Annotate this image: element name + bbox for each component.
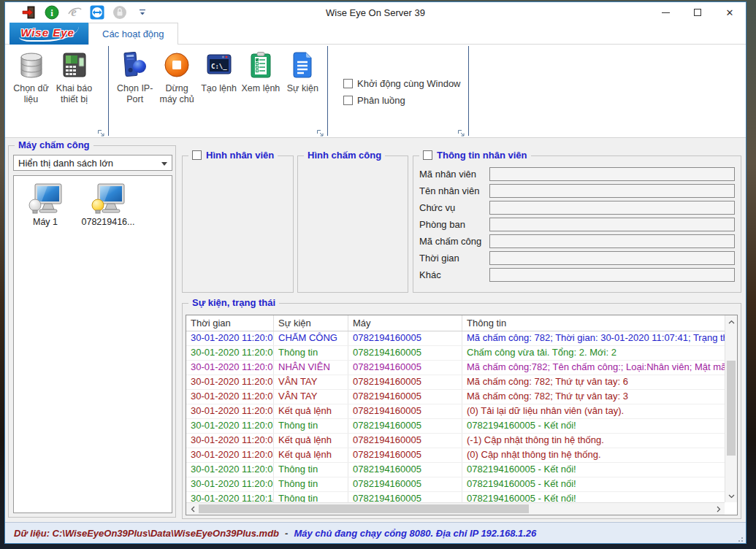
event-row[interactable]: 30-01-2020 11:20:08 Thông tin 0782194160… xyxy=(186,463,725,477)
view-mode-select[interactable]: Hiển thị danh sách lớn xyxy=(13,155,172,171)
ribbon-group-data: Chọn dữ liệu Khai báo thiết bị xyxy=(5,45,107,137)
checkbox-box xyxy=(343,79,353,88)
event-machine-cell: 0782194160005 xyxy=(348,448,462,462)
event-info-cell: (-1) Cập nhật thông tin hệ thống. xyxy=(462,434,725,448)
event-row[interactable]: 30-01-2020 11:20:09 Thông tin 0782194160… xyxy=(186,477,725,492)
computer-icon xyxy=(89,182,127,215)
horizontal-scrollbar[interactable] xyxy=(186,502,725,515)
app-logo-button[interactable]: Wise Eye xyxy=(9,23,88,45)
close-button[interactable]: ✕ xyxy=(714,2,746,23)
group-dialog-launcher-icon[interactable] xyxy=(316,127,324,135)
employee-photo-checkbox[interactable] xyxy=(192,150,202,160)
column-header-time[interactable]: Thời gian xyxy=(186,315,274,331)
employee-info-checkbox[interactable] xyxy=(423,150,432,160)
field-input[interactable] xyxy=(489,184,735,198)
field-input[interactable] xyxy=(489,268,735,282)
field-input[interactable] xyxy=(489,234,735,248)
teamviewer-icon[interactable] xyxy=(89,4,105,20)
event-machine-cell: 0782194160005 xyxy=(348,404,462,418)
event-type-cell: Thông tin xyxy=(274,477,348,491)
event-machine-cell: 0782194160005 xyxy=(348,463,462,477)
tab-cac-hoat-dong[interactable]: Các hoạt động xyxy=(88,23,178,45)
event-type-cell: VÂN TAY xyxy=(274,390,348,404)
event-row[interactable]: 30-01-2020 11:20:07 Kết quả lệnh 0782194… xyxy=(186,404,725,419)
vertical-scroll-thumb[interactable] xyxy=(727,361,736,456)
event-info-cell: Mã chấm công: 782; Thứ tự vân tay: 3 xyxy=(462,390,725,404)
field-input[interactable] xyxy=(489,201,735,215)
device-item-may-1[interactable]: Máy 1 xyxy=(17,182,74,227)
employee-photo-title: Hình nhân viên xyxy=(206,150,274,161)
title-bar: i e Wise Eye On Server 39 ✕ xyxy=(5,2,746,23)
group-dialog-launcher-icon[interactable] xyxy=(97,127,105,135)
minimize-button[interactable] xyxy=(649,2,681,23)
scroll-up-icon[interactable] xyxy=(725,315,738,328)
group-dialog-launcher-icon[interactable] xyxy=(457,127,465,135)
event-row[interactable]: 30-01-2020 11:20:07 Thông tin 0782194160… xyxy=(186,419,725,434)
quick-access-toolbar: i e xyxy=(21,4,150,20)
event-type-cell: Thông tin xyxy=(274,346,348,360)
status-server-info: Máy chủ đang chạy cổng 8080. Địa chỉ IP … xyxy=(294,528,536,539)
event-time-cell: 30-01-2020 11:20:09 xyxy=(186,477,274,491)
device-label: 078219416... xyxy=(82,217,135,227)
event-info-cell: 0782194160005 - Kết nối! xyxy=(462,492,725,502)
field-input[interactable] xyxy=(489,167,735,181)
event-time-cell: 30-01-2020 11:20:07 xyxy=(186,404,274,418)
customize-dropdown-icon[interactable] xyxy=(134,4,150,20)
event-time-cell: 30-01-2020 11:20:07 xyxy=(186,375,274,389)
events-button[interactable]: Sự kiện xyxy=(282,49,324,94)
resize-grip[interactable] xyxy=(736,534,744,541)
window-controls: ✕ xyxy=(649,2,746,23)
create-command-button[interactable]: C:\_ Tạo lệnh xyxy=(198,49,240,94)
event-row[interactable]: 30-01-2020 11:20:07 VÂN TAY 078219416000… xyxy=(186,390,725,404)
internet-explorer-icon[interactable]: e xyxy=(66,4,83,20)
device-list[interactable]: Máy 1 078219416... xyxy=(13,175,172,513)
event-row[interactable]: 30-01-2020 11:20:06 NHÂN VIÊN 0782194160… xyxy=(186,361,725,375)
select-ip-port-button[interactable]: Chọn IP-Port xyxy=(114,49,156,105)
event-info-cell: 0782194160005 - Kết nối! xyxy=(462,463,725,477)
event-info-cell: Mã chấm công:782; Tên chấm công:; Loại:N… xyxy=(462,361,725,375)
event-type-cell: Kết quả lệnh xyxy=(274,404,348,418)
field-label: Chức vụ xyxy=(419,202,489,213)
event-row[interactable]: 30-01-2020 11:20:14 Thông tin 0782194160… xyxy=(186,492,725,502)
event-info-cell: Mã chấm công: 782; Thứ tự vân tay: 6 xyxy=(462,375,725,389)
declare-device-label: Khai báo thiết bị xyxy=(53,83,96,105)
event-row[interactable]: 30-01-2020 11:20:06 Thông tin 0782194160… xyxy=(186,346,725,361)
field-label: Khác xyxy=(419,269,489,280)
status-database-path: Dữ liệu: C:\WiseEyeOn39Plus\Data\WiseEye… xyxy=(14,528,279,539)
scroll-right-icon[interactable] xyxy=(712,503,725,515)
employee-info-field: Mã nhân viên xyxy=(419,166,735,183)
declare-device-button[interactable]: Khai báo thiết bị xyxy=(53,49,96,105)
device-item-078219416[interactable]: 078219416... xyxy=(80,182,137,227)
stop-server-button[interactable]: Dừng máy chủ xyxy=(156,49,197,105)
view-command-button[interactable]: Xem lệnh xyxy=(240,49,281,94)
field-input[interactable] xyxy=(489,251,735,265)
vertical-scrollbar[interactable] xyxy=(725,315,737,502)
column-header-machine[interactable]: Máy xyxy=(348,315,462,331)
app-window: i e Wise Eye On Server 39 ✕ Wise Eye xyxy=(4,1,747,544)
maximize-button[interactable] xyxy=(681,2,714,23)
event-row[interactable]: 30-01-2020 11:20:08 Kết quả lệnh 0782194… xyxy=(186,448,725,463)
select-data-button[interactable]: Chọn dữ liệu xyxy=(9,49,53,105)
document-icon xyxy=(288,50,317,80)
event-row[interactable]: 30-01-2020 11:20:08 Kết quả lệnh 0782194… xyxy=(186,434,725,448)
column-header-info[interactable]: Thông tin xyxy=(462,315,725,331)
event-machine-cell: 0782194160005 xyxy=(348,419,462,433)
employee-info-field: Mã chấm công xyxy=(419,233,735,250)
checkbox-start-with-windows[interactable]: Khởi động cùng Window xyxy=(343,78,463,89)
lock-icon[interactable] xyxy=(112,4,128,20)
column-header-event[interactable]: Sự kiện xyxy=(274,315,348,331)
checkbox-multithread[interactable]: Phân luồng xyxy=(343,95,463,106)
create-command-label: Tạo lệnh xyxy=(201,83,237,94)
scroll-left-icon[interactable] xyxy=(186,503,199,515)
info-icon[interactable]: i xyxy=(44,4,60,20)
events-table-header: Thời gian Sự kiện Máy Thông tin xyxy=(186,315,725,331)
ribbon-group-server: Chọn IP-Port Dừng máy chủ C:\_ Tạo lệnh xyxy=(110,45,327,137)
horizontal-scroll-thumb[interactable] xyxy=(199,504,529,513)
event-row[interactable]: 30-01-2020 11:20:05 CHẤM CÔNG 0782194160… xyxy=(186,331,725,346)
event-row[interactable]: 30-01-2020 11:20:07 VÂN TAY 078219416000… xyxy=(186,375,725,390)
exit-icon[interactable] xyxy=(21,4,37,20)
scroll-down-icon[interactable] xyxy=(725,490,738,502)
checkbox-label: Khởi động cùng Window xyxy=(357,78,461,89)
event-machine-cell: 0782194160005 xyxy=(348,434,462,448)
field-input[interactable] xyxy=(489,218,735,231)
